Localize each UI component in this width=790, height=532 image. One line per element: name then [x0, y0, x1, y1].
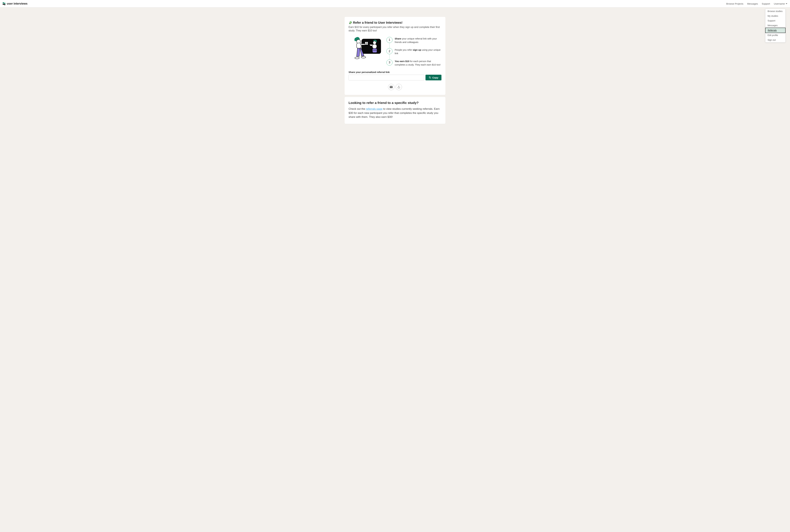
specific-study-title: Looking to refer a friend to a specific … [349, 101, 441, 105]
share-button[interactable] [396, 84, 402, 90]
specific-study-body: Check out the referrals page to view stu… [349, 107, 441, 119]
step-2-text: People you refer sign up using your uniq… [395, 48, 441, 55]
svg-point-6 [355, 57, 359, 59]
step-1-text: Share your unique referral link with you… [395, 37, 441, 44]
step-3-text: You earn $10 for each person that comple… [395, 59, 441, 66]
top-nav: Browse Projects Messages Support Usernam… [726, 2, 788, 5]
step-3: 3 You earn $10 for each person that comp… [386, 59, 441, 66]
nav-browse-projects[interactable]: Browse Projects [726, 2, 743, 5]
money-wings-icon: 💸 [349, 21, 352, 24]
envelope-icon [390, 86, 393, 88]
svg-rect-0 [362, 39, 381, 54]
share-icon [397, 86, 400, 89]
svg-rect-10 [372, 44, 377, 49]
step-3-number: 3 [386, 59, 392, 65]
referral-title: Refer a friend to User Interviews! [353, 21, 402, 24]
brand-icon [3, 2, 5, 5]
dropdown-browse-studies[interactable]: Browse studies [765, 9, 786, 14]
copy-button-label: Copy [433, 76, 438, 79]
referral-card: 💸 Refer a friend to User Interviews! Ear… [345, 17, 445, 95]
nav-username-label: Username [774, 2, 785, 5]
svg-rect-3 [356, 43, 361, 48]
nav-messages[interactable]: Messages [747, 2, 758, 5]
referral-link-input[interactable] [349, 75, 424, 80]
brand-logo[interactable]: user interviews [3, 2, 27, 5]
referrals-page-link[interactable]: referrals page [366, 107, 383, 110]
main-content: 💸 Refer a friend to User Interviews! Ear… [0, 7, 790, 126]
svg-point-7 [361, 56, 366, 58]
user-dropdown: Browse studies My studies Support Messag… [765, 9, 786, 42]
dropdown-referrals[interactable]: Referrals [765, 27, 786, 33]
brand-text: user interviews [7, 2, 27, 5]
share-link-label: Share your personalized referral link [349, 71, 441, 73]
step-1: 1 Share your unique referral link with y… [386, 37, 441, 44]
dropdown-sign-out[interactable]: Sign out [765, 38, 786, 42]
referral-illustration [349, 36, 382, 64]
steps-list: 1 Share your unique referral link with y… [386, 36, 441, 66]
specific-study-card: Looking to refer a friend to a specific … [345, 97, 445, 124]
dropdown-edit-profile[interactable]: Edit profile [765, 33, 786, 38]
app-header: user interviews Browse Projects Messages… [0, 0, 790, 7]
svg-point-9 [373, 41, 376, 44]
nav-support[interactable]: Support [762, 2, 770, 5]
dropdown-messages[interactable]: Messages [765, 23, 786, 28]
copy-icon [429, 76, 431, 79]
step-1-number: 1 [386, 37, 392, 43]
caret-down-icon [786, 3, 787, 4]
svg-rect-14 [429, 77, 431, 78]
step-2: 2 People you refer sign up using your un… [386, 48, 441, 55]
referral-subtitle: Earn $10 for every participant you refer… [349, 25, 441, 33]
dropdown-support[interactable]: Support [765, 18, 786, 23]
copy-button[interactable]: Copy [425, 75, 442, 80]
step-2-number: 2 [386, 48, 392, 54]
dropdown-my-studies[interactable]: My studies [765, 14, 786, 18]
nav-username[interactable]: Username [774, 2, 787, 5]
email-share-button[interactable] [388, 84, 394, 90]
